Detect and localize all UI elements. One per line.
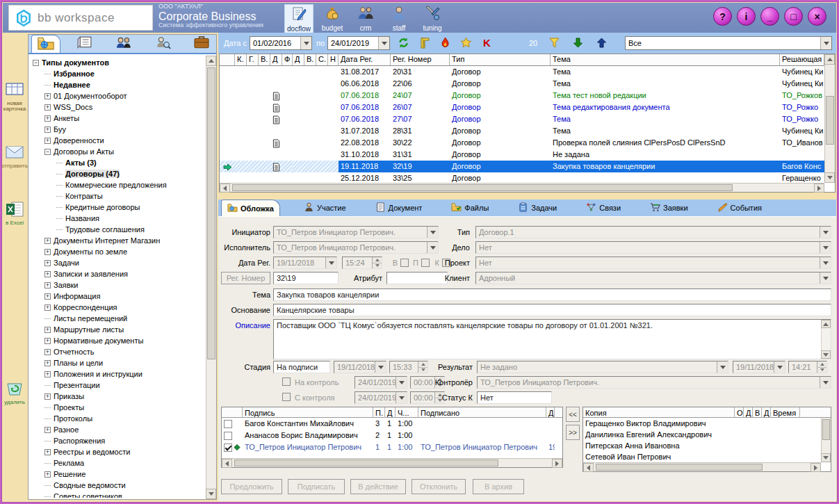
grid-vthumb[interactable]: [826, 96, 834, 145]
controller-field[interactable]: ТО_Петров Инициатор Петрович.: [477, 376, 831, 389]
copies-scroll-left[interactable]: [583, 463, 594, 472]
signed-checkbox[interactable]: [224, 432, 232, 440]
signature-row[interactable]: ТО_Петров Инициатор Петрович 1 1 1:00 ТО…: [222, 441, 562, 453]
tree-item[interactable]: +Записки и заявления: [30, 268, 205, 279]
tree-scrollbar[interactable]: [206, 56, 216, 499]
tree-item[interactable]: Названия: [30, 213, 205, 224]
action-Предложить[interactable]: Предложить: [221, 479, 282, 494]
document-row[interactable]: 06.06.201822\06ДоговорТемаЧубинец Ки: [220, 78, 824, 90]
regnum-button[interactable]: Рег. Номер: [221, 272, 270, 284]
copies-vthumb[interactable]: [822, 419, 830, 440]
favorite-button[interactable]: [458, 36, 473, 50]
sign-col[interactable]: Подписано: [418, 407, 546, 418]
tab-Обложка[interactable]: Обложка: [221, 200, 280, 216]
dropdown-arrow-icon[interactable]: [396, 392, 407, 403]
sign-col[interactable]: Д: [546, 407, 555, 418]
signed-checkbox[interactable]: [224, 420, 232, 428]
signature-row[interactable]: Ананасов Борис Владимирович 2 1 1:00: [222, 430, 562, 441]
grid-col-Тип[interactable]: Тип: [450, 54, 551, 65]
tree-item[interactable]: Проекты: [30, 402, 205, 413]
tree-item[interactable]: +Буу: [30, 124, 205, 135]
result-field[interactable]: Не задано: [477, 361, 728, 373]
oncontrol-checkbox[interactable]: [282, 377, 291, 386]
maximize-button[interactable]: □: [784, 7, 803, 26]
document-row[interactable]: 07.06.201826\07ДоговорТема редактировани…: [220, 101, 824, 113]
document-row[interactable]: 07.06.201824\07ДоговорТема тест новой ре…: [220, 90, 824, 101]
expand-icon[interactable]: +: [44, 393, 51, 400]
project-field[interactable]: Нет: [475, 257, 831, 269]
document-row[interactable]: 31.10.201831\31ДоговорНе задана: [220, 149, 824, 161]
tree-item[interactable]: Акты (3): [30, 157, 205, 168]
tree-item[interactable]: Сводные ведомости: [30, 480, 205, 491]
tree-item[interactable]: +Анкеты: [30, 113, 205, 124]
tree-scroll-thumb[interactable]: [207, 67, 215, 359]
tree-item[interactable]: +Решение: [30, 469, 205, 480]
copies-hscrollbar[interactable]: [583, 462, 821, 471]
view-filter-select[interactable]: Все: [625, 36, 832, 50]
expand-icon[interactable]: +: [44, 304, 51, 311]
grid-scroll-down[interactable]: [824, 172, 835, 183]
tree-item[interactable]: +Разное: [30, 424, 205, 435]
delete-button[interactable]: удалить: [3, 380, 26, 405]
new-card-button[interactable]: новая карточка: [3, 81, 26, 112]
grid-col-2[interactable]: Г.: [247, 54, 259, 65]
tree-item[interactable]: Недавнее: [30, 79, 205, 90]
move-all-left-button[interactable]: <<: [566, 407, 580, 422]
stage-field[interactable]: На подписи: [273, 361, 330, 373]
module-tuning[interactable]: tuning: [418, 4, 447, 34]
module-docflow[interactable]: docflow: [284, 4, 313, 34]
offcontrol-date-field[interactable]: 24/01/2019: [355, 391, 407, 404]
statusk-field[interactable]: Нет: [477, 391, 552, 404]
copies-vscrollbar[interactable]: [821, 418, 831, 462]
tree-item[interactable]: +Заявки: [30, 279, 205, 291]
copy-row[interactable]: Геращенко Виктор Владимирович: [583, 418, 831, 429]
expand-icon[interactable]: +: [44, 115, 51, 122]
document-row[interactable]: 31.08.201720\31ДоговорТемаЧубинец Ки: [220, 66, 824, 78]
grid-col-0[interactable]: [220, 54, 235, 65]
ruler-button[interactable]: [416, 36, 432, 50]
dropdown-arrow-icon[interactable]: [820, 377, 831, 388]
copy-col[interactable]: О: [735, 407, 744, 418]
grid-col-4[interactable]: Д: [270, 54, 282, 65]
grid-col-9[interactable]: Н: [328, 54, 339, 65]
tree-item[interactable]: +Планы и цели: [30, 357, 205, 368]
client-field[interactable]: Адронный: [475, 272, 831, 284]
copy-row[interactable]: Сетевой Иван Петрович: [583, 451, 831, 462]
document-row[interactable]: 31.07.201828\31ДоговорТемаЧубинец Ки: [220, 125, 824, 137]
dropdown-arrow-icon[interactable]: [774, 361, 785, 373]
tree-scroll-up[interactable]: [206, 56, 216, 66]
sign-scroll-right[interactable]: [552, 459, 562, 468]
case-field[interactable]: Нет: [475, 241, 831, 254]
expand-icon[interactable]: +: [44, 282, 51, 288]
tree-item[interactable]: Договоры (47): [30, 168, 205, 179]
tree-item[interactable]: Контракты: [30, 190, 205, 202]
tree-item[interactable]: Коммерческие предложения: [30, 179, 205, 190]
dropdown-arrow-icon[interactable]: [717, 361, 728, 373]
info-button[interactable]: i: [737, 7, 756, 26]
tree-item[interactable]: +01 Документооборот: [30, 90, 205, 101]
tree-item[interactable]: Кредитные договоры: [30, 202, 205, 213]
control-k-button[interactable]: K: [479, 36, 494, 50]
action-Подписать[interactable]: Подписать: [288, 479, 345, 494]
basis-field[interactable]: Канцелярские товары: [273, 304, 831, 316]
grid-scroll-left[interactable]: [220, 184, 230, 193]
date-to-field[interactable]: 24/01/2019: [327, 36, 390, 50]
to-excel-button[interactable]: в Excel: [3, 201, 26, 226]
sign-col[interactable]: Ч...: [396, 407, 418, 418]
copy-col[interactable]: Копия: [583, 407, 735, 418]
description-scroll-down[interactable]: [821, 350, 831, 359]
tree-item[interactable]: Реклама: [30, 457, 205, 469]
tree-item[interactable]: Протоколы: [30, 413, 205, 424]
signed-checkbox[interactable]: [224, 444, 232, 452]
nav-tab-portfolio[interactable]: [187, 35, 216, 53]
tree-item[interactable]: +Доверенности: [30, 135, 205, 146]
tab-Задачи[interactable]: Задачи: [512, 200, 562, 216]
document-row[interactable]: 22.08.201830\22ДоговорПроверка полей сли…: [220, 137, 824, 149]
grid-col-1[interactable]: К.: [235, 54, 247, 65]
tree-item[interactable]: +Маршрутные листы: [30, 324, 205, 335]
grid-hthumb[interactable]: [232, 184, 733, 191]
refresh-button[interactable]: [396, 36, 411, 50]
dropdown-arrow-icon[interactable]: [375, 361, 386, 373]
tree-item[interactable]: +Задачи: [30, 257, 205, 268]
tab-Заявки[interactable]: Заявки: [644, 200, 694, 216]
